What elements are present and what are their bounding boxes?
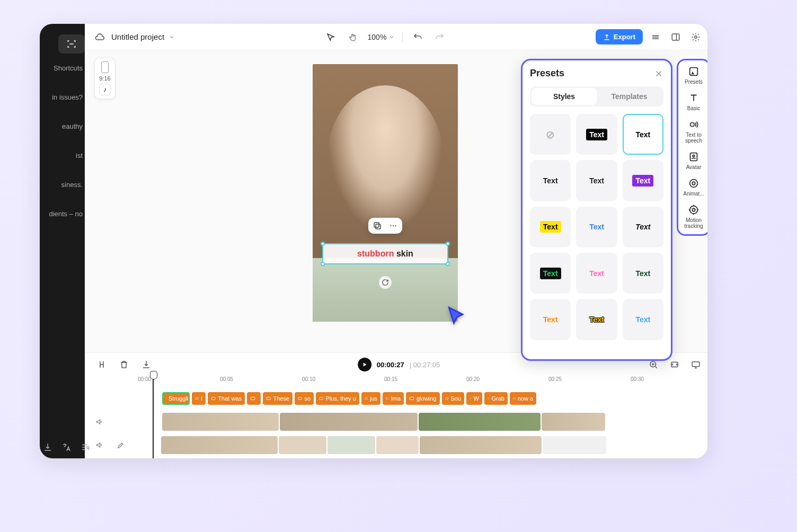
svg-point-14 (690, 206, 698, 214)
preview-person (327, 85, 444, 234)
presets-panel: Presets Styles Templates ⊘TextTextTextTe… (521, 59, 672, 361)
preset-style-item[interactable]: Text (530, 160, 571, 201)
caption-clip[interactable]: Struggli (162, 392, 190, 405)
refresh-icon[interactable] (379, 276, 392, 289)
preset-style-item[interactable]: Text (530, 253, 571, 294)
preset-style-item[interactable]: Text (623, 253, 663, 294)
speaker-icon[interactable] (89, 441, 110, 449)
close-icon[interactable] (654, 69, 663, 78)
svg-rect-25 (365, 398, 367, 400)
preset-style-item[interactable]: Text (623, 114, 663, 155)
preset-style-item[interactable]: Text (576, 160, 617, 201)
caption-clip[interactable]: Grab (484, 392, 508, 405)
caption-clip[interactable]: jus (361, 392, 380, 405)
sidebar-partial-3: ist (40, 141, 85, 170)
split-icon[interactable] (94, 357, 109, 372)
pointer-tool[interactable] (323, 30, 338, 45)
presets-title: Presets (530, 68, 564, 79)
aspect-ratio-chip[interactable]: 9:16 ♪ (94, 58, 116, 99)
caption-clip[interactable]: glowing (406, 392, 440, 405)
caption-clip[interactable]: so (295, 392, 314, 405)
more-icon[interactable] (388, 221, 398, 230)
rail-tts[interactable]: Text to speech (680, 119, 707, 144)
rail-animation[interactable]: Animat... (680, 178, 707, 197)
speaker-icon[interactable] (89, 418, 110, 426)
svg-rect-24 (320, 397, 323, 400)
preset-style-item[interactable]: Text (623, 299, 663, 340)
resize-handle[interactable] (321, 262, 325, 266)
settings-icon[interactable] (688, 30, 703, 45)
video-clip[interactable] (542, 413, 605, 431)
caption-clip[interactable] (247, 392, 261, 405)
download-icon[interactable] (43, 442, 52, 452)
fit-icon[interactable] (667, 357, 682, 372)
zoom-timeline-icon[interactable] (646, 357, 661, 372)
timeline-controls: 00:00:27 | 00:27:05 (85, 353, 707, 376)
rail-presets[interactable]: Presets (680, 66, 707, 85)
preset-style-item[interactable]: Text (576, 299, 617, 340)
video-clip[interactable] (419, 413, 541, 431)
video-clip[interactable] (279, 436, 326, 454)
resize-handle[interactable] (446, 262, 450, 266)
hand-tool[interactable] (346, 30, 360, 45)
resize-handle[interactable] (321, 242, 325, 246)
zoom-select[interactable]: 100% (368, 33, 395, 41)
undo-button[interactable] (410, 30, 425, 45)
preset-style-item[interactable]: Text (576, 253, 617, 294)
caption-clip[interactable]: Sou (442, 392, 464, 405)
cloud-icon[interactable] (94, 32, 105, 42)
preset-style-item[interactable]: Text (576, 114, 617, 155)
svg-point-4 (390, 225, 391, 226)
translate-icon[interactable] (62, 442, 72, 452)
video-preview[interactable]: stubborn skin (313, 64, 458, 322)
layers-icon[interactable] (648, 30, 663, 45)
playhead[interactable] (153, 375, 154, 458)
tab-templates[interactable]: Templates (597, 88, 662, 105)
caption-clip[interactable]: That was (208, 392, 245, 405)
svg-rect-22 (267, 397, 270, 400)
rail-motion-tracking[interactable]: Motion tracking (680, 204, 707, 229)
preset-style-item[interactable]: Text (530, 299, 571, 340)
video-clip[interactable] (280, 413, 418, 431)
resize-handle[interactable] (446, 242, 450, 246)
scan-button[interactable] (58, 34, 85, 54)
caption-clip[interactable]: W (466, 392, 482, 405)
caption-clip[interactable]: now a (510, 392, 536, 405)
preset-style-item[interactable]: Text (623, 207, 663, 247)
preset-style-item[interactable]: Text (576, 207, 617, 247)
duplicate-icon[interactable] (373, 221, 382, 230)
video-clip[interactable] (543, 436, 606, 454)
caption-clip[interactable]: These (263, 392, 293, 405)
edit-icon[interactable] (110, 441, 131, 449)
duration-time: | 00:27:05 (410, 361, 440, 369)
video-clip[interactable] (376, 436, 419, 454)
rail-avatar[interactable]: Avatar (680, 151, 707, 170)
tab-styles[interactable]: Styles (532, 88, 597, 105)
caption-selection-box[interactable]: stubborn skin (322, 243, 448, 264)
play-button[interactable] (358, 358, 371, 371)
preset-style-item[interactable]: Text (623, 160, 663, 201)
main-area: Untitled project 100% Export (85, 24, 707, 458)
redo-button[interactable] (432, 30, 447, 45)
video-clip[interactable] (420, 436, 542, 454)
svg-rect-29 (470, 398, 471, 399)
monitor-icon[interactable] (688, 357, 703, 372)
caption-clip[interactable]: I (192, 392, 206, 405)
video-clip[interactable] (162, 413, 279, 431)
project-title[interactable]: Untitled project (111, 32, 175, 41)
timeline-ruler[interactable]: 00:00 00:05 00:10 00:15 00:20 00:25 00:3… (85, 376, 707, 388)
preset-style-item[interactable]: ⊘ (530, 114, 571, 155)
topbar: Untitled project 100% Export (85, 24, 707, 50)
video-clip[interactable] (327, 436, 375, 454)
svg-rect-20 (211, 397, 215, 400)
trash-icon[interactable] (117, 357, 131, 372)
preset-style-item[interactable]: Text (530, 207, 571, 247)
rail-basic[interactable]: Basic (680, 92, 707, 111)
caption-clip[interactable]: Ima (383, 392, 404, 405)
svg-rect-30 (488, 398, 489, 399)
export-button[interactable]: Export (596, 29, 643, 45)
caption-clip[interactable]: Plus, they u (316, 392, 359, 405)
panels-icon[interactable] (668, 30, 683, 45)
download-timeline-icon[interactable] (139, 357, 154, 372)
video-clip[interactable] (161, 436, 278, 454)
